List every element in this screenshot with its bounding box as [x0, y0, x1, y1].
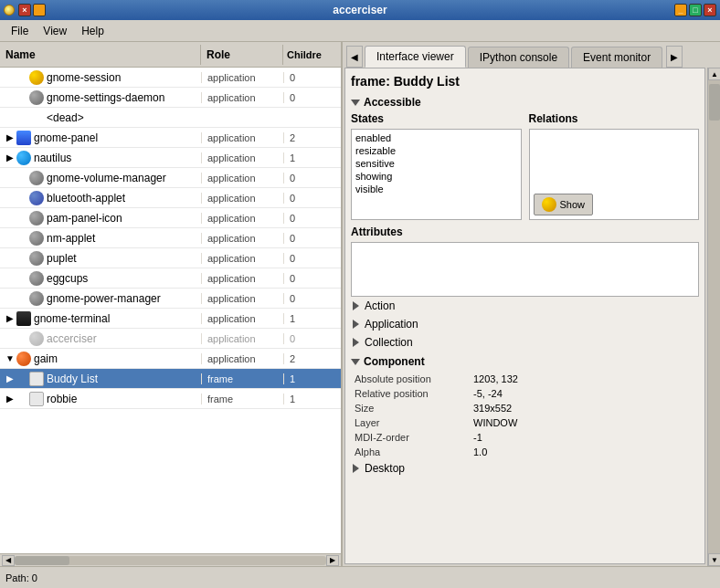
- tree-name-cell: ▶ nautilus: [0, 151, 201, 165]
- tree-row[interactable]: gnome-power-manager application 0: [0, 289, 341, 309]
- expand-btn[interactable]: ▶: [4, 312, 16, 325]
- scrollbar-track[interactable]: [15, 556, 326, 565]
- role-cell: application: [201, 213, 283, 224]
- menu-help[interactable]: Help: [74, 23, 111, 39]
- tree-row[interactable]: ▼ gaim application 2: [0, 349, 341, 369]
- collection-row[interactable]: Collection: [351, 333, 699, 352]
- states-relations-row: States enabled resizable sensitive showi…: [351, 112, 699, 220]
- role-cell: application: [201, 273, 283, 284]
- role-cell: application: [201, 313, 283, 324]
- role-cell: frame: [201, 394, 283, 404]
- expand-placeholder: [4, 172, 16, 184]
- vertical-scrollbar[interactable]: ▲ ▼: [707, 68, 720, 566]
- scroll-right-btn[interactable]: ▶: [326, 555, 339, 566]
- action-row[interactable]: Action: [351, 297, 699, 315]
- role-cell: application: [201, 333, 283, 344]
- tree-row[interactable]: nm-applet application 0: [0, 228, 341, 248]
- role-cell: frame: [201, 373, 283, 384]
- tree-row[interactable]: pam-panel-icon application 0: [0, 208, 341, 228]
- tab-scroll-right[interactable]: ▶: [666, 46, 683, 68]
- expand-btn[interactable]: ▶: [4, 131, 16, 144]
- role-cell: application: [201, 72, 283, 83]
- tree-name-cell: <dead>: [0, 110, 201, 125]
- main-layout: Name Role Childre gnome-session applicat…: [0, 42, 720, 566]
- tree-row[interactable]: puplet application 0: [0, 248, 341, 268]
- minimize-button-right[interactable]: _: [674, 4, 687, 16]
- tree-row[interactable]: accerciser application 0: [0, 329, 341, 349]
- tree-row[interactable]: gnome-volume-manager application 0: [0, 168, 341, 188]
- node-label: robbie: [47, 393, 77, 405]
- state-item: sensitive: [354, 157, 519, 170]
- children-cell: 0: [283, 173, 301, 184]
- expand-placeholder: [4, 91, 16, 104]
- scrollbar-thumb[interactable]: [15, 556, 69, 565]
- node-label: gaim: [34, 352, 58, 365]
- expand-placeholder: [4, 252, 16, 265]
- tree-name-cell: eggcups: [0, 271, 201, 286]
- attributes-section: Attributes: [351, 226, 699, 297]
- col-name: Name: [0, 45, 201, 65]
- tree-name-cell: accerciser: [0, 331, 201, 346]
- expand-btn[interactable]: ▶: [4, 152, 16, 164]
- node-label: puplet: [47, 252, 77, 265]
- expand-btn[interactable]: ▼: [4, 352, 16, 365]
- minimize-button[interactable]: [33, 4, 46, 16]
- tab-scroll-left[interactable]: ◀: [346, 46, 363, 68]
- tree-name-cell: bluetooth-applet: [0, 191, 201, 205]
- collapse-icon: [351, 100, 360, 106]
- menu-view[interactable]: View: [36, 23, 74, 39]
- desktop-row[interactable]: Desktop: [351, 459, 699, 478]
- prop-label: Layer: [355, 417, 473, 428]
- tab-interface-viewer[interactable]: Interface viewer: [365, 46, 466, 68]
- node-icon: [29, 271, 44, 286]
- component-section-header[interactable]: Component: [351, 355, 699, 368]
- tree-row[interactable]: ▶ nautilus application 1: [0, 148, 341, 168]
- tree-row[interactable]: gnome-session application 0: [0, 68, 341, 88]
- tree-row[interactable]: ▶ robbie frame 1: [0, 389, 341, 409]
- collection-label: Collection: [365, 336, 413, 349]
- tree-name-cell: ▶ Buddy List: [0, 372, 201, 386]
- tab-event-monitor[interactable]: Event monitor: [571, 47, 662, 68]
- window-controls: ×: [18, 4, 46, 16]
- application-row[interactable]: Application: [351, 315, 699, 333]
- node-label: gnome-terminal: [34, 312, 110, 325]
- prop-value: -1: [473, 432, 482, 443]
- vscroll-down[interactable]: ▼: [708, 553, 720, 566]
- vscroll-up[interactable]: ▲: [708, 68, 720, 80]
- tree-content[interactable]: gnome-session application 0 gnome-settin…: [0, 68, 341, 553]
- maximize-button[interactable]: □: [689, 4, 702, 16]
- tree-row[interactable]: gnome-settings-daemon application 0: [0, 88, 341, 108]
- close-button-right[interactable]: ×: [704, 4, 716, 16]
- vscroll-thumb[interactable]: [709, 84, 720, 121]
- tree-row-buddy-list[interactable]: ▶ Buddy List frame 1: [0, 369, 341, 389]
- node-icon: [29, 110, 44, 125]
- show-button[interactable]: Show: [534, 194, 594, 215]
- tab-ipython-console[interactable]: IPython console: [468, 47, 569, 68]
- scroll-left-btn[interactable]: ◀: [2, 555, 15, 566]
- application-label: Application: [365, 318, 418, 331]
- prop-row: Alpha 1.0: [351, 445, 699, 459]
- expand-btn[interactable]: ▶: [4, 393, 16, 405]
- expand-placeholder: [4, 111, 16, 124]
- node-label: bluetooth-applet: [47, 192, 125, 205]
- tree-row[interactable]: <dead>: [0, 108, 341, 128]
- prop-row: Relative position -5, -24: [351, 386, 699, 401]
- left-panel: Name Role Childre gnome-session applicat…: [0, 42, 343, 566]
- tree-row[interactable]: ▶ gnome-panel application 2: [0, 128, 341, 148]
- close-button[interactable]: ×: [18, 4, 31, 16]
- accessible-section-header[interactable]: Accessible: [351, 96, 699, 109]
- vscroll-track[interactable]: [708, 80, 720, 553]
- node-icon: [16, 131, 31, 145]
- component-section: Component Absolute position 1203, 132 Re…: [351, 355, 699, 459]
- node-label: Buddy List: [47, 373, 98, 385]
- tree-name-cell: ▼ gaim: [0, 352, 201, 366]
- tree-row[interactable]: eggcups application 0: [0, 268, 341, 289]
- title-bar-left: ×: [4, 4, 46, 16]
- node-icon: [29, 392, 44, 406]
- tree-row[interactable]: bluetooth-applet application 0: [0, 188, 341, 208]
- horizontal-scrollbar[interactable]: ◀ ▶: [0, 553, 341, 566]
- tree-row[interactable]: ▶ gnome-terminal application 1: [0, 309, 341, 329]
- node-icon: [29, 90, 44, 105]
- expand-btn[interactable]: ▶: [4, 373, 16, 385]
- menu-file[interactable]: File: [4, 23, 36, 39]
